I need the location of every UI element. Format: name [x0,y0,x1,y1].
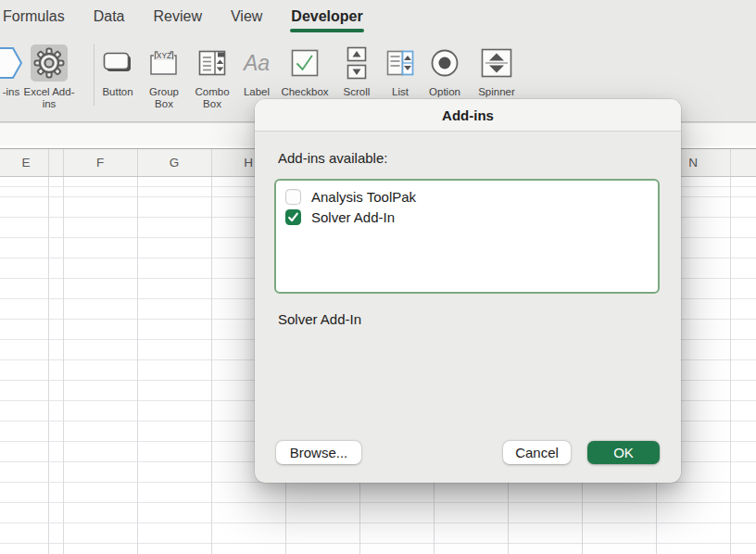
ribbon-group-divider [94,44,94,106]
selected-highlight [31,44,68,82]
addin-label: Solver Add-In [311,209,395,225]
tab-review[interactable]: Review [153,8,201,25]
dialog-title: Add-ins [442,107,494,123]
button-control[interactable]: Button [96,43,139,110]
ok-button[interactable]: OK [587,441,660,464]
column-header-e[interactable]: E [0,149,63,176]
list-icon [386,43,414,83]
addin-label: Analysis ToolPak [311,189,416,205]
cancel-button[interactable]: Cancel [503,441,571,464]
tab-developer[interactable]: Developer [291,8,362,25]
addins-dialog: Add-ins Add-ins available: Analysis Tool… [255,99,681,483]
list-item-analysis-toolpak[interactable]: Analysis ToolPak [285,186,658,207]
option-icon [430,43,460,83]
list-item-solver-addin[interactable]: Solver Add-In [285,207,658,227]
checkbox-icon [291,43,319,83]
column-header-g[interactable]: G [137,149,211,176]
check-icon [287,211,299,223]
browse-button[interactable]: Browse... [276,441,361,464]
dialog-titlebar[interactable]: Add-ins [255,99,681,132]
tab-formulas[interactable]: Formulas [3,8,65,25]
tab-data[interactable]: Data [94,8,125,25]
addins-available-label: Add-ins available: [278,150,387,166]
button-icon [103,43,132,83]
tab-view[interactable]: View [231,8,262,25]
checkbox-unchecked[interactable] [285,189,301,205]
checkbox-checked[interactable] [285,209,301,225]
column-header-f[interactable]: F [63,149,137,176]
excel-addins-button[interactable]: Excel Add-ins [22,43,76,110]
group-box-icon: XYZ [149,43,179,83]
gear-icon [33,47,65,79]
addins-hexagon-icon [0,43,23,83]
addins-listbox[interactable]: Analysis ToolPak Solver Add-In [274,179,660,294]
combo-box-icon [198,43,226,83]
combo-box-control[interactable]: Combo Box [189,43,235,110]
label-icon: Aa [244,43,270,83]
svg-text:XYZ: XYZ [157,51,172,60]
ribbon-tab-bar: Formulas Data Review View Developer [0,0,756,33]
group-box-control[interactable]: XYZ Group Box [141,43,187,110]
spinner-icon [481,43,512,83]
addin-description: Solver Add-In [278,311,361,327]
scroll-icon [346,43,367,83]
